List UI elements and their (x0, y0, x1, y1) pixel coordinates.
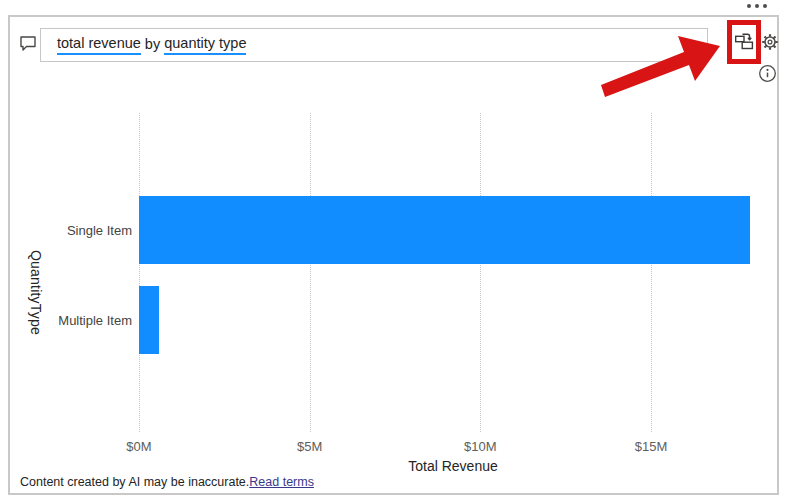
bar-multiple-item[interactable] (139, 286, 159, 354)
convert-to-standard-visual-icon[interactable] (734, 32, 754, 52)
gridline (480, 113, 481, 432)
x-tick-label: $15M (635, 439, 668, 454)
annotation-highlight-box (727, 20, 761, 64)
read-terms-link[interactable]: Read terms (249, 475, 314, 489)
query-segment: by (141, 36, 164, 54)
gridline (310, 113, 311, 432)
gear-icon[interactable] (761, 33, 779, 51)
x-tick-label: $5M (297, 439, 322, 454)
query-segment: total revenue (57, 35, 141, 55)
category-label: Multiple Item (40, 313, 132, 328)
x-tick-label: $10M (464, 439, 497, 454)
info-icon[interactable] (758, 64, 777, 83)
disclaimer-text: Content created by AI may be inaccurate. (20, 475, 249, 489)
qna-visual-container: total revenue by quantity type QuantityT… (0, 0, 787, 502)
x-tick-label: $0M (126, 439, 151, 454)
qna-card: total revenue by quantity type QuantityT… (8, 15, 779, 495)
speech-bubble-icon (18, 33, 38, 53)
query-segment: quantity type (164, 35, 246, 55)
plot-area (139, 113, 767, 432)
category-label: Single Item (40, 223, 132, 238)
gridline (651, 113, 652, 432)
bar-single-item[interactable] (139, 196, 750, 264)
gridline (139, 113, 140, 432)
qna-question-input[interactable]: total revenue by quantity type (40, 28, 708, 62)
ai-disclaimer: Content created by AI may be inaccurate.… (20, 475, 314, 489)
more-options-button[interactable] (742, 1, 772, 11)
x-axis-title: Total Revenue (139, 458, 767, 474)
